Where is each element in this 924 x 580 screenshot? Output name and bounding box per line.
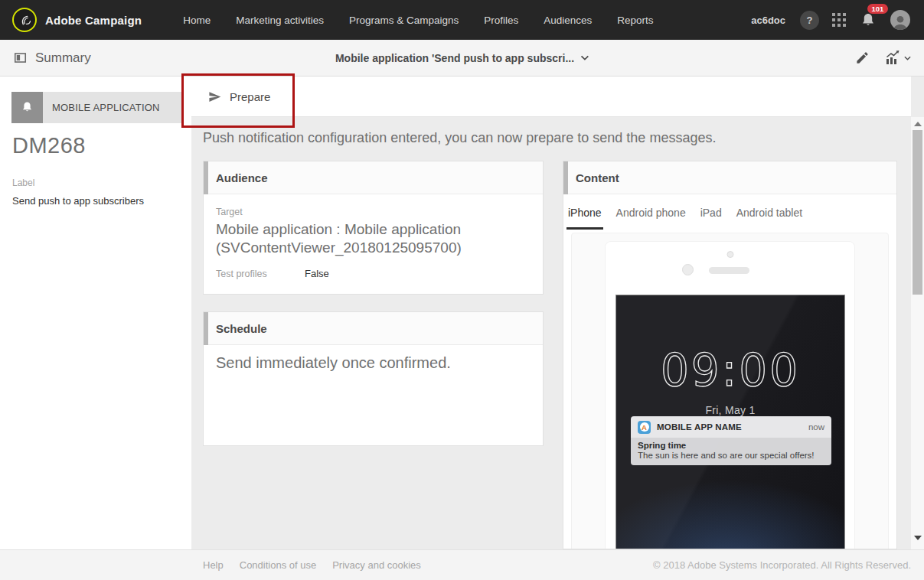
audience-card-body: Target Mobile application : Mobile appli… xyxy=(204,194,543,288)
footer-link-conditions[interactable]: Conditions of use xyxy=(240,559,316,571)
scroll-up-arrow[interactable] xyxy=(914,122,922,126)
card-accent-bar xyxy=(563,161,568,194)
prepare-button[interactable]: Prepare xyxy=(208,90,270,103)
nav-item-profiles[interactable]: Profiles xyxy=(484,15,518,26)
chevron-down-icon xyxy=(580,55,589,60)
chart-icon xyxy=(883,49,902,67)
copyright-text: © 2018 Adobe Systems Incorporated. All R… xyxy=(653,559,911,571)
phone-speaker-bar xyxy=(709,267,749,274)
schedule-card-title: Schedule xyxy=(216,322,267,335)
left-sidebar: MOBILE APPLICATION DM268 Label Send push… xyxy=(0,77,191,549)
page-footer: Help Conditions of use Privacy and cooki… xyxy=(0,549,924,580)
reports-chart-dropdown[interactable] xyxy=(883,49,911,67)
send-plane-icon xyxy=(208,90,221,103)
audience-card: Audience Target Mobile application : Mob… xyxy=(203,161,544,295)
test-profiles-label: Test profiles xyxy=(216,269,305,279)
phone-camera-dot xyxy=(726,251,733,258)
username-label[interactable]: ac6doc xyxy=(751,15,785,26)
label-value: Send push to app subscribers xyxy=(12,195,191,207)
context-title-text: Mobile application 'Send push to app sub… xyxy=(335,52,574,64)
summary-bar: Summary Mobile application 'Send push to… xyxy=(0,40,924,77)
chevron-down-icon xyxy=(904,56,911,60)
main-area: Prepare Push notification configuration … xyxy=(191,77,911,549)
notification-body: Spring time The sun is here and so are o… xyxy=(631,438,831,465)
nav-item-marketing-activities[interactable]: Marketing activities xyxy=(236,15,324,26)
summary-panel-icon xyxy=(13,51,28,65)
push-notification-preview: A MOBILE APP NAME now Spring time The su… xyxy=(631,416,831,465)
summary-title: Summary xyxy=(35,51,91,66)
tab-iphone[interactable]: iPhone xyxy=(566,194,603,230)
schedule-card-header: Schedule xyxy=(204,312,543,345)
notification-text: The sun is here and so are our special o… xyxy=(638,451,824,460)
app-icon-letter: A xyxy=(640,422,649,432)
content-card-header: Content xyxy=(563,161,896,194)
content-card: Content iPhone Android phone iPad Androi… xyxy=(563,161,897,549)
schedule-card: Schedule Send immediately once confirmed… xyxy=(203,311,544,446)
notifications-bell-icon[interactable]: 101 xyxy=(859,11,877,29)
tab-ipad[interactable]: iPad xyxy=(699,194,723,230)
device-preview-panel: 09:00 Fri, May 1 A MOBILE APP NAME now xyxy=(571,233,889,549)
help-icon[interactable]: ? xyxy=(800,11,819,30)
edit-pencil-icon[interactable] xyxy=(855,51,870,65)
test-profiles-value: False xyxy=(305,268,329,279)
primary-nav: Home Marketing activities Programs & Cam… xyxy=(183,15,653,26)
notification-header: A MOBILE APP NAME now xyxy=(631,416,831,438)
footer-link-privacy[interactable]: Privacy and cookies xyxy=(332,559,421,571)
footer-links: Help Conditions of use Privacy and cooki… xyxy=(203,559,421,571)
target-label: Target xyxy=(216,207,531,217)
lock-screen-time: 09:00 xyxy=(616,344,844,396)
vertical-scrollbar[interactable] xyxy=(911,117,924,549)
nav-item-home[interactable]: Home xyxy=(183,15,211,26)
nav-item-reports[interactable]: Reports xyxy=(617,15,653,26)
delivery-type-label: MOBILE APPLICATION xyxy=(52,102,160,113)
app-icon: A xyxy=(638,421,651,434)
schedule-text: Send immediately once confirmed. xyxy=(216,354,531,372)
audience-card-title: Audience xyxy=(216,171,268,184)
scroll-down-arrow[interactable] xyxy=(914,536,922,540)
tab-android-phone[interactable]: Android phone xyxy=(615,194,687,230)
content-card-title: Content xyxy=(576,171,619,184)
prepare-button-label: Prepare xyxy=(230,90,270,103)
phone-sensor-dot xyxy=(682,264,694,275)
device-tabs: iPhone Android phone iPad Android tablet xyxy=(563,194,896,230)
content-area: Push notification configuration entered,… xyxy=(191,117,911,549)
card-accent-bar xyxy=(204,312,208,345)
footer-link-help[interactable]: Help xyxy=(203,559,224,571)
summary-bar-actions xyxy=(855,49,911,67)
action-toolbar: Prepare xyxy=(191,77,911,117)
delivery-id: DM268 xyxy=(12,133,191,158)
schedule-card-body: Send immediately once confirmed. xyxy=(204,345,543,381)
delivery-type-header: MOBILE APPLICATION xyxy=(11,92,181,123)
scrollbar-thumb[interactable] xyxy=(913,130,922,295)
brand-title: Adobe Campaign xyxy=(45,14,142,27)
target-value: Mobile application : Mobile application … xyxy=(216,220,531,257)
context-title-dropdown[interactable]: Mobile application 'Send push to app sub… xyxy=(335,52,589,64)
nav-item-programs-campaigns[interactable]: Programs & Campaigns xyxy=(349,15,459,26)
tab-android-tablet[interactable]: Android tablet xyxy=(735,194,804,230)
lock-screen-date: Fri, May 1 xyxy=(616,404,844,416)
notification-count-badge: 101 xyxy=(867,4,888,14)
notification-app-name: MOBILE APP NAME xyxy=(657,422,742,432)
summary-heading: Summary xyxy=(13,51,91,66)
status-message: Push notification configuration entered,… xyxy=(203,130,716,146)
label-caption: Label xyxy=(12,178,191,188)
test-profiles-row: Test profiles False xyxy=(216,268,531,279)
adobe-campaign-page: Adobe Campaign Home Marketing activities… xyxy=(0,0,924,580)
card-accent-bar xyxy=(204,161,208,194)
nav-item-audiences[interactable]: Audiences xyxy=(544,15,592,26)
app-switcher-grid-icon[interactable] xyxy=(832,13,846,27)
mobile-app-bell-icon xyxy=(11,92,43,123)
notification-timestamp: now xyxy=(808,422,824,432)
nav-right-cluster: ac6doc ? 101 xyxy=(751,10,910,30)
iphone-frame: 09:00 Fri, May 1 A MOBILE APP NAME now xyxy=(605,241,855,549)
user-avatar[interactable] xyxy=(890,10,910,30)
top-navbar: Adobe Campaign Home Marketing activities… xyxy=(0,0,924,40)
audience-card-header: Audience xyxy=(204,161,543,194)
phone-lock-screen: 09:00 Fri, May 1 A MOBILE APP NAME now xyxy=(615,295,845,549)
adobe-campaign-logo-icon[interactable] xyxy=(12,8,37,32)
notification-title: Spring time xyxy=(638,441,824,450)
